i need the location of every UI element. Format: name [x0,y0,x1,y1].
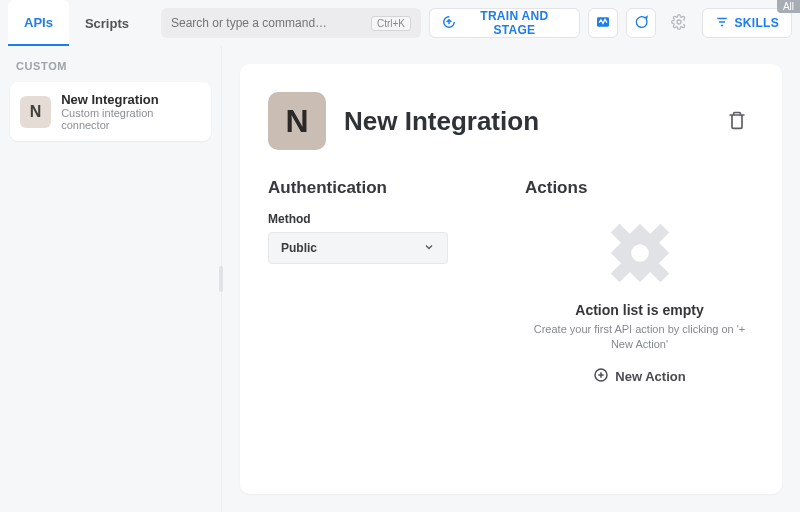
waveform-icon-button[interactable] [588,8,618,38]
search-input[interactable] [171,16,371,30]
method-select-value: Public [281,241,317,255]
gear-icon [671,14,687,33]
sidebar: CUSTOM N New Integration Custom integrat… [0,46,222,512]
chat-icon [633,14,649,33]
sidebar-item-meta: New Integration Custom integration conne… [61,92,201,131]
actions-column: Actions Action list is empty Create your… [525,178,754,387]
panel-title: New Integration [344,106,702,137]
empty-title: Action list is empty [525,302,754,318]
new-action-button[interactable]: New Action [593,367,685,386]
tab-apis[interactable]: APIs [8,0,69,46]
sidebar-item-integration[interactable]: N New Integration Custom integration con… [10,82,211,141]
plus-circle-icon [593,367,609,386]
top-tabs: APIs Scripts [8,0,145,46]
sidebar-item-title: New Integration [61,92,201,107]
authentication-column: Authentication Method Public [268,178,497,387]
settings-icon-button[interactable] [664,8,694,38]
main: N New Integration Authentication Method … [222,46,800,512]
search-shortcut: Ctrl+K [371,16,411,31]
skills-label: SKILLS [735,16,779,30]
new-action-label: New Action [615,369,685,384]
sidebar-item-subtitle: Custom integration connector [61,107,201,131]
chat-icon-button[interactable] [626,8,656,38]
delete-button[interactable] [720,104,754,138]
trash-icon [727,110,747,133]
sidebar-section-label: CUSTOM [10,60,211,72]
deploy-icon [442,15,456,32]
layout: CUSTOM N New Integration Custom integrat… [0,46,800,512]
tab-scripts[interactable]: Scripts [69,0,145,46]
waveform-icon [595,14,611,33]
filter-icon [715,15,729,32]
integration-panel: N New Integration Authentication Method … [240,64,782,494]
authentication-heading: Authentication [268,178,497,198]
empty-desc: Create your first API action by clicking… [525,322,754,353]
method-label: Method [268,212,497,226]
panel-columns: Authentication Method Public Actions [268,178,754,387]
topbar: APIs Scripts Ctrl+K TRAIN AND STAGE SKIL… [0,0,800,46]
command-search[interactable]: Ctrl+K [161,8,421,38]
badge-all: All [777,0,800,13]
integration-avatar: N [20,96,51,128]
train-and-stage-label: TRAIN AND STAGE [462,9,567,37]
actions-empty-state: Action list is empty Create your first A… [525,212,754,387]
actions-heading: Actions [525,178,754,198]
sidebar-resize-handle[interactable] [219,266,223,292]
method-select[interactable]: Public [268,232,448,264]
chevron-down-icon [423,241,435,256]
svg-point-2 [677,20,681,24]
panel-avatar: N [268,92,326,150]
panel-header: N New Integration [268,92,754,150]
train-and-stage-button[interactable]: TRAIN AND STAGE [429,8,580,38]
empty-icon [525,218,754,292]
